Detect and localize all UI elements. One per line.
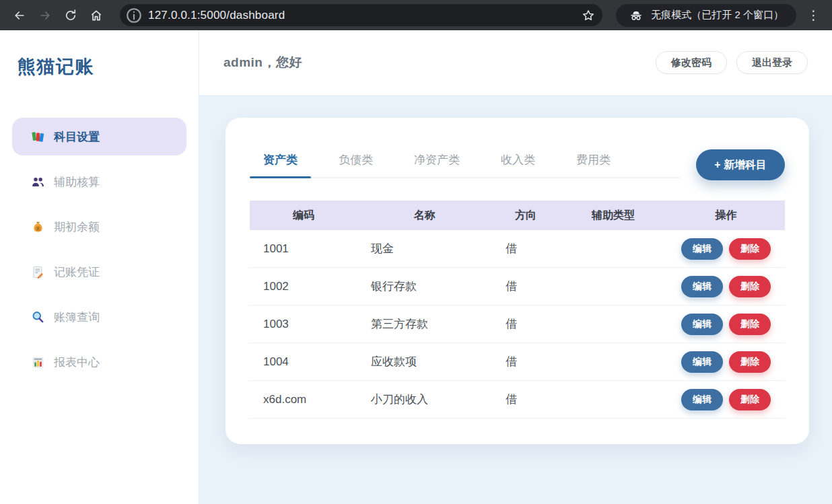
col-header-aux-type: 辅助类型 (559, 209, 667, 223)
col-header-code: 编码 (250, 209, 357, 223)
incognito-label: 无痕模式（已打开 2 个窗口） (651, 9, 784, 22)
books-icon (31, 130, 45, 144)
app-logo: 熊猫记账 (0, 30, 199, 79)
tab-income[interactable]: 收入类 (487, 152, 549, 177)
delete-button[interactable]: 删除 (729, 389, 771, 410)
bar-chart-icon (31, 355, 45, 369)
site-info-icon[interactable] (125, 7, 143, 24)
subjects-table: 编码 名称 方向 辅助类型 操作 1001 现金 借 编辑 删除 (250, 201, 785, 419)
sidebar: 熊猫记账 科目设置 辅助核算 期初余额 (0, 30, 199, 504)
sidebar-item-ledger-query[interactable]: 账簿查询 (12, 298, 186, 336)
content-area: admin，您好 修改密码 退出登录 资产类 负债类 净资产类 收入类 费用类 … (199, 30, 832, 504)
cell-actions: 编辑 删除 (667, 314, 785, 335)
sidebar-item-label: 科目设置 (54, 129, 100, 145)
incognito-icon (629, 8, 644, 23)
cell-name: 现金 (357, 241, 492, 256)
sidebar-nav: 科目设置 辅助核算 期初余额 记账凭证 (0, 118, 199, 381)
category-tabs: 资产类 负债类 净资产类 收入类 费用类 (250, 152, 680, 178)
url-text[interactable]: 127.0.0.1:5000/dashboard (148, 9, 578, 22)
table-row: 1001 现金 借 编辑 删除 (250, 230, 785, 268)
home-icon[interactable] (85, 4, 108, 27)
cell-name: 银行存款 (357, 279, 492, 294)
tabs-row: 资产类 负债类 净资产类 收入类 费用类 + 新增科目 (250, 149, 785, 180)
cell-name: 第三方存款 (357, 316, 492, 332)
cell-direction: 借 (492, 241, 559, 256)
cell-actions: 编辑 删除 (667, 238, 785, 260)
users-icon (31, 175, 45, 189)
browser-toolbar: 127.0.0.1:5000/dashboard 无痕模式（已打开 2 个窗口）… (0, 0, 832, 30)
sidebar-item-label: 账簿查询 (54, 310, 100, 325)
sidebar-item-label: 期初余额 (54, 219, 100, 235)
page-header: admin，您好 修改密码 退出登录 (199, 30, 832, 95)
cell-name: 小刀的收入 (357, 392, 492, 407)
tab-assets[interactable]: 资产类 (250, 152, 311, 177)
forward-icon[interactable] (34, 4, 57, 27)
cell-direction: 借 (492, 354, 559, 369)
col-header-actions: 操作 (667, 209, 785, 223)
edit-button[interactable]: 编辑 (681, 276, 723, 297)
col-header-name: 名称 (357, 209, 492, 223)
cell-direction: 借 (492, 316, 559, 332)
page-body: 资产类 负债类 净资产类 收入类 费用类 + 新增科目 编码 名称 方向 辅助类… (199, 95, 832, 504)
subjects-card: 资产类 负债类 净资产类 收入类 费用类 + 新增科目 编码 名称 方向 辅助类… (226, 118, 809, 444)
money-bag-icon (31, 220, 45, 234)
cell-name: 应收款项 (357, 354, 492, 369)
reload-icon[interactable] (59, 4, 82, 27)
delete-button[interactable]: 删除 (729, 238, 771, 260)
table-row: x6d.com 小刀的收入 借 编辑 删除 (250, 381, 785, 419)
sidebar-item-aux-accounting[interactable]: 辅助核算 (12, 163, 186, 201)
cell-actions: 编辑 删除 (667, 276, 785, 297)
delete-button[interactable]: 删除 (729, 276, 771, 297)
sidebar-item-report-center[interactable]: 报表中心 (12, 343, 186, 381)
cell-code: 1004 (250, 355, 357, 369)
cell-direction: 借 (492, 279, 559, 294)
table-row: 1002 银行存款 借 编辑 删除 (250, 268, 785, 305)
tab-liabilities[interactable]: 负债类 (325, 152, 386, 177)
memo-icon (31, 265, 45, 279)
delete-button[interactable]: 删除 (729, 351, 771, 373)
sidebar-item-opening-balance[interactable]: 期初余额 (12, 208, 186, 246)
incognito-badge: 无痕模式（已打开 2 个窗口） (616, 4, 796, 27)
edit-button[interactable]: 编辑 (681, 238, 723, 260)
sidebar-item-label: 报表中心 (54, 355, 100, 370)
header-buttons: 修改密码 退出登录 (656, 51, 808, 74)
edit-button[interactable]: 编辑 (681, 314, 723, 335)
cell-actions: 编辑 删除 (667, 351, 785, 373)
col-header-direction: 方向 (492, 209, 559, 223)
sidebar-item-label: 辅助核算 (54, 174, 100, 190)
sidebar-item-subject-settings[interactable]: 科目设置 (12, 118, 186, 155)
change-password-button[interactable]: 修改密码 (656, 51, 727, 74)
edit-button[interactable]: 编辑 (681, 389, 723, 410)
bookmark-star-icon[interactable] (578, 5, 598, 26)
cell-code: 1002 (250, 280, 357, 293)
table-row: 1003 第三方存款 借 编辑 删除 (250, 305, 785, 343)
browser-menu-icon[interactable]: ⋮ (799, 9, 824, 22)
sidebar-item-label: 记账凭证 (54, 264, 100, 280)
cell-code: x6d.com (250, 393, 357, 406)
back-icon[interactable] (8, 4, 31, 27)
table-header-row: 编码 名称 方向 辅助类型 操作 (250, 201, 785, 230)
delete-button[interactable]: 删除 (729, 314, 771, 335)
cell-direction: 借 (492, 392, 559, 407)
tab-expenses[interactable]: 费用类 (563, 152, 624, 177)
magnifier-icon (31, 310, 45, 324)
sidebar-item-vouchers[interactable]: 记账凭证 (12, 253, 186, 291)
add-subject-button[interactable]: + 新增科目 (696, 149, 785, 180)
cell-code: 1003 (250, 318, 357, 331)
edit-button[interactable]: 编辑 (681, 351, 723, 373)
cell-actions: 编辑 删除 (667, 389, 785, 410)
address-bar[interactable]: 127.0.0.1:5000/dashboard (120, 4, 602, 26)
app-frame: 熊猫记账 科目设置 辅助核算 期初余额 (0, 30, 832, 504)
table-row: 1004 应收款项 借 编辑 删除 (250, 343, 785, 381)
cell-code: 1001 (250, 242, 357, 256)
logout-button[interactable]: 退出登录 (736, 51, 808, 74)
user-greeting: admin，您好 (223, 54, 302, 71)
tab-net-assets[interactable]: 净资产类 (401, 152, 473, 177)
